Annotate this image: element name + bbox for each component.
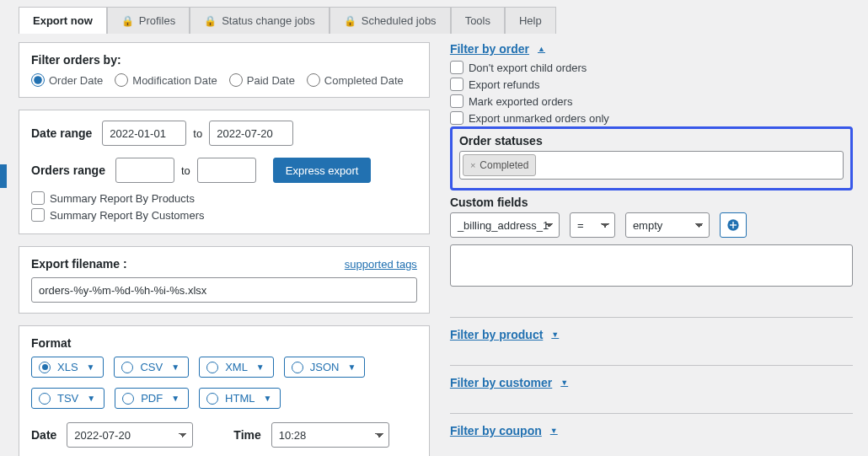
status-chip-completed[interactable]: ×Completed (463, 154, 536, 176)
remove-icon[interactable]: × (470, 160, 475, 170)
orders-range-label: Orders range (31, 164, 105, 177)
radio-icon (206, 393, 218, 405)
date-label: Date (31, 428, 56, 442)
date-select[interactable]: 2022-07-20 (67, 422, 193, 448)
chevron-down-icon: ▼ (87, 394, 95, 403)
filter-by-order-section: Filter by order Don't export child order… (450, 42, 853, 293)
admin-menu-pointer (0, 164, 7, 188)
summary-customers-checkbox[interactable]: Summary Report By Customers (31, 208, 417, 222)
time-select[interactable]: 10:28 (271, 422, 389, 448)
cf-operator-select[interactable]: = (570, 212, 615, 238)
summary-products-checkbox[interactable]: Summary Report By Products (31, 191, 417, 205)
filename-header: Export filename : supported tags (31, 257, 417, 271)
chevron-down-icon: ▼ (87, 362, 95, 372)
format-options: XLS▼ CSV▼ XML▼ JSON▼ TSV▼ PDF▼ HTML▼ (31, 357, 417, 409)
radio-icon (39, 393, 51, 405)
filename-panel: Export filename : supported tags (19, 246, 430, 314)
chevron-down-icon: ▼ (171, 362, 179, 372)
lock-icon: 🔒 (204, 15, 217, 27)
chevron-down-icon: ▼ (347, 362, 356, 372)
radio-icon (122, 393, 134, 405)
svg-rect-2 (730, 224, 737, 225)
format-xml[interactable]: XML▼ (199, 357, 274, 378)
radio-modification-date[interactable]: Modification Date (115, 73, 217, 87)
chevron-down-icon: ▼ (171, 394, 179, 403)
date-to-input[interactable] (209, 121, 293, 146)
chk-no-child[interactable]: Don't export child orders (450, 61, 853, 74)
tab-help[interactable]: Help (505, 7, 556, 34)
radio-icon (121, 362, 133, 373)
custom-fields-label: Custom fields (450, 196, 853, 209)
filename-input[interactable] (31, 277, 417, 303)
filter-by-coupon-section: Filter by coupon (450, 413, 853, 437)
lock-icon: 🔒 (121, 15, 134, 27)
format-pdf[interactable]: PDF▼ (115, 388, 189, 409)
custom-fields-textarea[interactable] (450, 244, 853, 287)
plus-circle-icon (726, 218, 740, 232)
cf-value-select[interactable]: empty (625, 212, 710, 238)
right-col: Filter by order Don't export child order… (450, 42, 853, 456)
filter-by-product-section: Filter by product (450, 317, 853, 341)
to-separator: to (193, 127, 202, 140)
supported-tags-link[interactable]: supported tags (345, 258, 417, 271)
format-csv[interactable]: CSV▼ (114, 357, 189, 378)
date-range-label: Date range (31, 126, 92, 140)
order-options: Don't export child orders Export refunds… (450, 61, 853, 125)
radio-paid-date[interactable]: Paid Date (229, 73, 295, 87)
tab-export-now[interactable]: Export now (19, 7, 107, 34)
chk-mark-exported[interactable]: Mark exported orders (450, 94, 853, 108)
format-tsv[interactable]: TSV▼ (31, 388, 104, 409)
radio-order-date[interactable]: Order Date (31, 73, 103, 87)
format-json[interactable]: JSON▼ (284, 357, 366, 378)
tab-status-change-jobs[interactable]: 🔒Status change jobs (190, 7, 330, 34)
summary-checkboxes: Summary Report By Products Summary Repor… (31, 191, 417, 222)
range-panel: Date range to Orders range to Express ex… (19, 110, 430, 234)
order-statuses-label: Order statuses (459, 134, 844, 148)
custom-fields-row: _billing_address_1 = empty (450, 212, 853, 238)
date-subrow: Date 2022-07-20 (31, 422, 193, 448)
tab-bar: Export now 🔒Profiles 🔒Status change jobs… (19, 7, 853, 34)
express-export-button[interactable]: Express export (273, 158, 372, 183)
cf-field-select[interactable]: _billing_address_1 (450, 212, 560, 238)
radio-icon (39, 362, 51, 373)
filter-by-order-toggle[interactable]: Filter by order (450, 42, 545, 56)
left-col: Filter orders by: Order Date Modificatio… (19, 42, 430, 456)
filter-by-radios: Order Date Modification Date Paid Date C… (31, 73, 417, 87)
tab-scheduled-jobs[interactable]: 🔒Scheduled jobs (330, 7, 451, 34)
radio-completed-date[interactable]: Completed Date (307, 73, 404, 87)
date-from-input[interactable] (102, 121, 186, 146)
radio-icon (292, 362, 303, 373)
main-columns: Filter orders by: Order Date Modificatio… (19, 42, 853, 456)
filter-by-customer-toggle[interactable]: Filter by customer (450, 376, 568, 389)
order-statuses-highlight: Order statuses ×Completed (450, 126, 853, 190)
chevron-down-icon: ▼ (256, 362, 265, 372)
date-time-row: Date 2022-07-20 Time 10:28 (31, 422, 417, 448)
time-subrow: Time 10:28 (233, 422, 388, 448)
time-label: Time (233, 428, 260, 442)
chk-export-refunds[interactable]: Export refunds (450, 78, 853, 91)
format-html[interactable]: HTML▼ (199, 388, 281, 409)
date-range-row: Date range to (31, 121, 417, 146)
chevron-down-icon: ▼ (264, 394, 272, 403)
filter-orders-title: Filter orders by: (31, 53, 417, 67)
add-custom-field-button[interactable] (720, 212, 747, 238)
order-statuses-input[interactable]: ×Completed (459, 151, 844, 180)
filter-by-coupon-toggle[interactable]: Filter by coupon (450, 424, 558, 437)
filter-by-customer-section: Filter by customer (450, 365, 853, 389)
filter-by-product-toggle[interactable]: Filter by product (450, 328, 559, 341)
orders-to-input[interactable] (197, 158, 256, 183)
page-wrap: Export now 🔒Profiles 🔒Status change jobs… (0, 0, 868, 456)
chk-unmarked-only[interactable]: Export unmarked orders only (450, 111, 853, 125)
lock-icon: 🔒 (344, 15, 356, 27)
tab-tools[interactable]: Tools (451, 7, 505, 34)
format-xls[interactable]: XLS▼ (31, 357, 104, 378)
to-separator: to (181, 164, 190, 177)
tab-profiles[interactable]: 🔒Profiles (107, 7, 190, 34)
radio-icon (206, 362, 218, 373)
format-title: Format (31, 336, 417, 350)
orders-from-input[interactable] (115, 158, 174, 183)
format-panel: Format XLS▼ CSV▼ XML▼ JSON▼ TSV▼ PDF▼ HT… (19, 325, 430, 456)
filename-label: Export filename : (31, 257, 127, 271)
filter-orders-panel: Filter orders by: Order Date Modificatio… (19, 42, 430, 98)
orders-range-row: Orders range to Express export (31, 158, 417, 183)
